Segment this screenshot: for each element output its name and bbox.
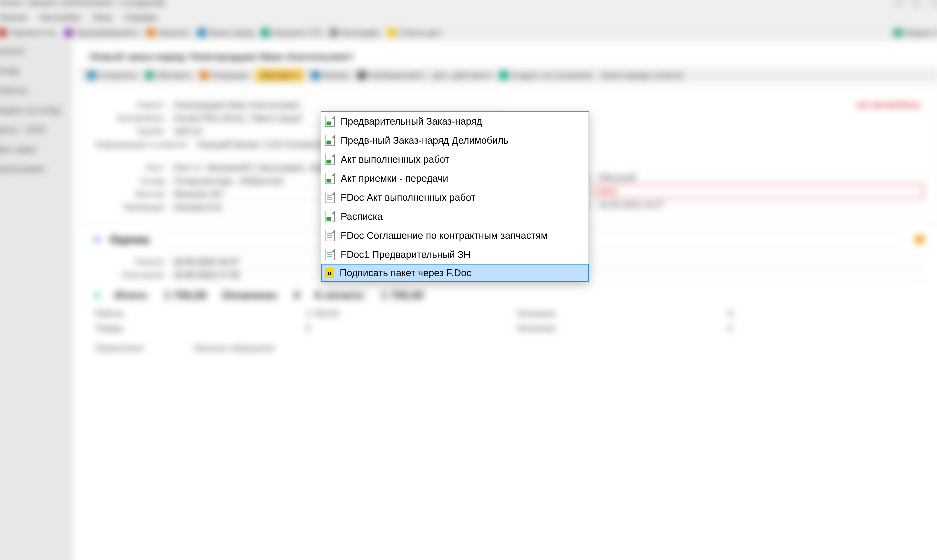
sidebar-item[interactable]: Клиенты [0, 85, 69, 95]
menu-item[interactable]: Справка [124, 12, 157, 22]
notes-row: Примечание Причина обращения [80, 333, 937, 363]
toolbar-model-button[interactable]: Модель ▾ [894, 28, 937, 38]
post-label: Пост [95, 163, 165, 173]
reason-label: Причина обращения [194, 343, 274, 353]
export-item-label: Подписать пакет через F.Doc [340, 268, 471, 278]
dot-icon [95, 237, 100, 242]
toolbar-button[interactable]: Загрузка СТО [261, 28, 322, 37]
note-label: Примечание [95, 343, 144, 353]
sidebar-item[interactable]: Касса – 2019 [0, 125, 69, 135]
date-value[interactable]: 16.05.2023 16:27 [594, 198, 924, 211]
export-item-fdoc1-preliminary[interactable]: FDoc1 Предварительный ЗН [321, 245, 589, 264]
itogo-label: Итого: [115, 289, 149, 302]
extra-actions-button[interactable]: Доп. действия ▾ [433, 71, 492, 80]
image-icon [357, 71, 366, 80]
totals-row: Итого: 1 700,00 Оплачено: 0 К оплате: 1 … [80, 282, 937, 309]
menu-item[interactable]: Панели [0, 12, 27, 22]
menu-item[interactable]: Настройки [39, 12, 80, 22]
document-page-icon [325, 192, 335, 203]
tip-value[interactable]: Обычный [594, 171, 924, 184]
sidebar-item[interactable]: Склад [0, 66, 69, 75]
priemshik-label: Приёмщик [95, 203, 165, 212]
export-item-acceptance-act[interactable]: Акт приемки - передачи [321, 169, 589, 188]
zapchasti-value[interactable]: (нет) [594, 184, 924, 198]
auto-label: Автомобиль [95, 114, 165, 123]
export-item-fdoc-agreement[interactable]: FDoc Соглашение по контрактным запчастям [321, 226, 589, 245]
diskette-icon [87, 71, 95, 80]
window-title: Гелиос Трецепс (Administrator / Складско… [0, 0, 165, 7]
toolbar-button[interactable]: Заразирвировать [65, 28, 140, 37]
alpha-app-icon: α [325, 268, 334, 278]
refresh-icon [145, 71, 154, 80]
master-label: Мастер [95, 189, 165, 199]
refresh-button[interactable]: Обновить [145, 71, 192, 80]
export-item-label: Акт приемки - передачи [341, 174, 448, 183]
sidebar-item[interactable]: Дать заказ [0, 145, 69, 154]
excel-page-icon [325, 154, 335, 165]
document-page-icon [325, 249, 335, 260]
toolbar-button[interactable]: Список дел [388, 28, 441, 37]
toolbar-button[interactable]: Заказать [146, 28, 190, 37]
toolbar-button[interactable]: Заказ-наряд [197, 28, 254, 37]
save-button[interactable]: Сохранить [87, 71, 138, 80]
excel-page-icon [325, 173, 335, 184]
sidebar: Каталог Склад Клиенты Выдать на склад Ка… [0, 41, 72, 560]
calendar-icon [329, 29, 338, 37]
info-label: Информация о клиенте [95, 140, 188, 149]
excel-page-icon [325, 115, 335, 127]
close-button[interactable] [929, 0, 937, 8]
toolbar-button[interactable]: Переместить [0, 28, 57, 37]
export-item-preliminary-order[interactable]: Предварительный Заказ-наряд [321, 112, 589, 131]
import-button[interactable]: Импорт [311, 71, 350, 80]
import-icon [311, 71, 320, 80]
export-item-label: Расписка [341, 212, 383, 221]
operations-button[interactable]: Операции [200, 71, 248, 80]
excel-page-icon [325, 211, 335, 222]
export-item-label: Предв-ный Заказ-наряд Делимобиль [341, 135, 509, 145]
toolbar-button[interactable]: Календарь [329, 28, 381, 37]
itogo-value: 1 700,00 [164, 289, 207, 302]
document-page-icon [325, 230, 335, 241]
export-item-completed-works-act[interactable]: Акт выполненных работ [321, 150, 589, 169]
menu-item[interactable]: Окна [92, 12, 112, 22]
export-item-label: FDoc Акт выполненных работ [341, 192, 475, 202]
koplata-value: 1 700,00 [381, 289, 424, 302]
order-icon [146, 29, 155, 37]
sklad-label: Склад [95, 176, 165, 186]
export-dropdown-menu: Предварительный Заказ-наряд Предв-ный За… [321, 111, 589, 282]
export-item-fdoc-completed-works[interactable]: FDoc Акт выполненных работ [321, 188, 589, 207]
reserve-icon [65, 29, 73, 37]
oplacheno-label: Оплачено: [222, 289, 279, 302]
client-orders-button[interactable]: Заказ-наряды клиента [600, 71, 683, 80]
export-item-label: Предварительный Заказ-наряд [341, 116, 482, 126]
tovary-label: Товары [95, 323, 291, 333]
sidebar-item[interactable]: Каталог [0, 46, 69, 56]
dot-icon [95, 292, 100, 297]
clock-icon [915, 235, 924, 244]
document-title: Новый заказ-наряд 'Новгородцев Иван Анат… [80, 49, 937, 67]
maximize-button[interactable] [911, 0, 922, 8]
all-autos-link[interactable]: все автомобили [519, 98, 924, 111]
sub-totals: Работы 1 700,00 Оплачено0 Товары 0 Оплач… [80, 309, 937, 333]
tovary-value: 0 [306, 323, 502, 333]
plus-icon [499, 71, 508, 80]
sidebar-item[interactable]: Выдать на склад [0, 105, 69, 115]
export-button[interactable]: Экспорт ▾ [255, 69, 304, 82]
export-item-label: FDoc Соглашение по контрактным запчастям [341, 231, 548, 240]
export-item-preliminary-order-delimobil[interactable]: Предв-ный Заказ-наряд Делимобиль [321, 131, 589, 150]
export-item-sign-package-fdoc[interactable]: α Подписать пакет через F.Doc [321, 264, 589, 282]
workorder-icon [197, 29, 206, 37]
export-item-receipt[interactable]: Расписка [321, 207, 589, 226]
client-row: КлиентНовгородцев Иван Анатольевич [95, 98, 499, 112]
minimize-button[interactable] [892, 0, 903, 8]
okonch-label: Окончание [95, 270, 165, 280]
create-from-button[interactable]: Создать на основании [499, 71, 593, 80]
sidebar-item[interactable]: Анатольевич [0, 164, 69, 174]
client-value[interactable]: Новгородцев Иван Анатольевич [169, 98, 499, 112]
export-item-label: Акт выполненных работ [341, 154, 449, 164]
images-button[interactable]: Изображений 0 [357, 71, 425, 80]
ocenka-label: Оценка [109, 233, 149, 246]
document-toolbar: Сохранить Обновить Операции Экспорт ▾ Им… [80, 67, 937, 83]
window-buttons [892, 0, 937, 8]
all-autos-row: все автомобили [519, 98, 924, 111]
